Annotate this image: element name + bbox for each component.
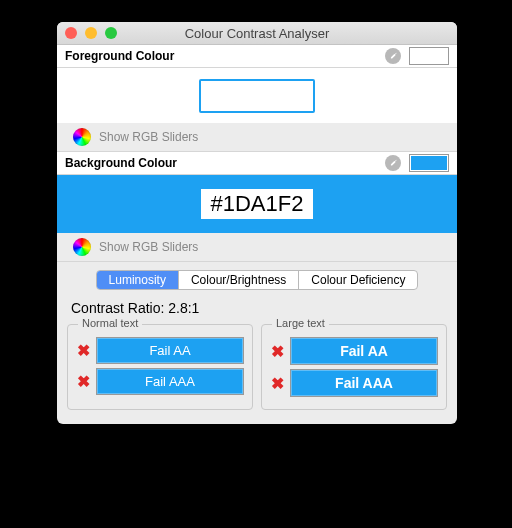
background-rgb-label: Show RGB Sliders: [99, 240, 198, 254]
tab-colour-deficiency[interactable]: Colour Deficiency: [299, 271, 417, 289]
fail-icon: ✖: [76, 341, 90, 360]
background-header: Background Colour: [57, 152, 457, 175]
tab-luminosity[interactable]: Luminosity: [97, 271, 179, 289]
foreground-rgb-label: Show RGB Sliders: [99, 130, 198, 144]
color-wheel-icon: [73, 128, 91, 146]
titlebar: Colour Contrast Analyser: [57, 22, 457, 45]
large-aaa-row: ✖ Fail AAA: [270, 369, 438, 397]
color-wheel-icon: [73, 238, 91, 256]
background-rgb-toggle[interactable]: Show RGB Sliders: [57, 233, 457, 262]
window-title: Colour Contrast Analyser: [57, 26, 457, 41]
results: Normal text ✖ Fail AA ✖ Fail AAA Large t…: [57, 324, 457, 424]
large-aaa-badge: Fail AAA: [290, 369, 438, 397]
tabs-group: Luminosity Colour/Brightness Colour Defi…: [96, 270, 419, 290]
foreground-preview: #FFFFFF: [57, 68, 457, 123]
normal-aaa-badge: Fail AAA: [96, 368, 244, 395]
normal-text-label: Normal text: [78, 317, 142, 329]
foreground-swatch[interactable]: [409, 47, 449, 65]
large-aa-badge: Fail AA: [290, 337, 438, 365]
fail-icon: ✖: [270, 342, 284, 361]
tab-colour-brightness[interactable]: Colour/Brightness: [179, 271, 299, 289]
eyedropper-icon[interactable]: [385, 155, 401, 171]
normal-aa-badge: Fail AA: [96, 337, 244, 364]
foreground-label: Foreground Colour: [65, 49, 174, 63]
fail-icon: ✖: [76, 372, 90, 391]
background-value[interactable]: #1DA1F2: [201, 189, 314, 219]
normal-aa-row: ✖ Fail AA: [76, 337, 244, 364]
tabs: Luminosity Colour/Brightness Colour Defi…: [57, 262, 457, 296]
large-text-group: Large text ✖ Fail AA ✖ Fail AAA: [261, 324, 447, 410]
background-preview: #1DA1F2: [57, 175, 457, 233]
foreground-header: Foreground Colour: [57, 45, 457, 68]
large-text-label: Large text: [272, 317, 329, 329]
large-aa-row: ✖ Fail AA: [270, 337, 438, 365]
normal-aaa-row: ✖ Fail AAA: [76, 368, 244, 395]
background-swatch[interactable]: [409, 154, 449, 172]
foreground-rgb-toggle[interactable]: Show RGB Sliders: [57, 123, 457, 152]
fail-icon: ✖: [270, 374, 284, 393]
foreground-value[interactable]: #FFFFFF: [199, 79, 316, 113]
normal-text-group: Normal text ✖ Fail AA ✖ Fail AAA: [67, 324, 253, 410]
eyedropper-icon[interactable]: [385, 48, 401, 64]
app-window: Colour Contrast Analyser Foreground Colo…: [57, 22, 457, 424]
background-label: Background Colour: [65, 156, 177, 170]
